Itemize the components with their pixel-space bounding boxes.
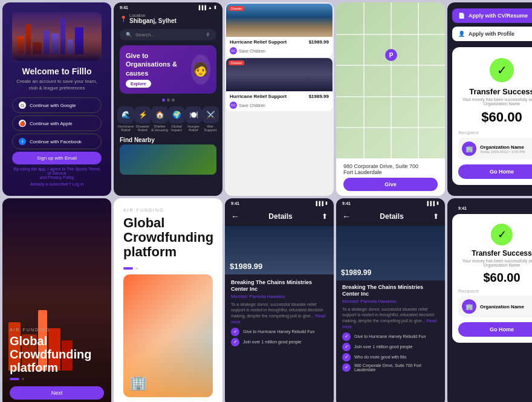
back-button-details[interactable]: ← [231, 212, 239, 221]
check2-3: ✓ [342, 353, 351, 361]
facebook-auth-button[interactable]: f Continue with Facebook [12, 134, 102, 149]
org-avatar-2: SC [230, 102, 237, 109]
checklist2-item-2: ✓ Join over 1 million good people [342, 343, 439, 351]
details-minister: Minister Pamela Hawkins [231, 294, 328, 299]
location-bar: 📍 Location Shibganj, Sylhet [114, 11, 222, 27]
shelter-icon: 🏠 [151, 106, 168, 123]
hunger-icon: 🍽️ [185, 106, 202, 123]
privacy-link[interactable]: Privacy Policy [48, 175, 74, 180]
email-btn-label: Sign up with Email [37, 155, 77, 161]
relief-price-2: $1989.99 [309, 94, 329, 99]
relief-info-1: Hurricane Relief Support $1989.99 [226, 37, 332, 47]
transfer-title-bottom: Transfer Success [458, 249, 532, 258]
air-funding-label: AIR FUNDING [10, 328, 104, 332]
time-transfer: 9:41 [458, 206, 467, 210]
checklist-item-1: ✓ Give to Hurricane Harvey Rebuild Fun [231, 328, 328, 336]
relief-price-1: $1989.99 [309, 39, 329, 45]
email-signup-button[interactable]: Sign up with Email [12, 152, 102, 164]
map-address: 980 Corporate Drive, Suite 700 Fort Laud… [343, 163, 438, 175]
back-button-details2[interactable]: ← [342, 212, 351, 221]
dot-3 [172, 99, 175, 102]
category-war[interactable]: ⚔️ WarSupport [202, 106, 219, 132]
explore-button[interactable]: Explore [126, 80, 151, 88]
search-placeholder: Search... [135, 32, 155, 37]
recipient-time: Today 1066-0012 • 3:00 PM [480, 150, 525, 154]
category-shelter[interactable]: 🏠 Shelter& Housing [151, 106, 168, 132]
mic-icon: 🎙 [206, 32, 210, 37]
apple-auth-button[interactable]: 🍎 Continue with Apple [12, 115, 102, 131]
check-icon: ✓ [490, 58, 514, 82]
banner-title: Give to Organisations & causes [126, 51, 191, 77]
dots-indicator [10, 378, 104, 380]
phone-time: 9:41 [120, 5, 128, 10]
details2-desc: To a strategic donor, successful disaste… [342, 306, 439, 330]
transfer-success-card: × ✓ Transfer Success Your money has been… [452, 47, 532, 185]
give-button[interactable]: Give [343, 178, 438, 191]
recipient-avatar-bottom: 🏢 [462, 299, 476, 314]
relief-org-1: SC Save Children [226, 47, 332, 57]
next-button[interactable]: Next [10, 386, 104, 400]
category-row: 🌊 HurricaneRelief ⚡ DisasterRelief 🏠 She… [114, 104, 222, 134]
nearby-map[interactable] [120, 144, 216, 175]
search-bar[interactable]: 🔍 Search... 🎙 [120, 29, 216, 41]
relief-org-2: SC Save Children [226, 102, 332, 111]
map-area[interactable]: P [336, 2, 445, 158]
details-body: Breaking The Chains Ministries Center In… [225, 274, 334, 402]
fb-btn-label: Continue with Facebook [30, 139, 82, 144]
location-pin-icon: 📍 [120, 16, 127, 22]
share-button-details2[interactable]: ⬆ [433, 212, 439, 221]
check2-text-1: Give to Hurricane Harvey Rebuild Fun [354, 334, 426, 339]
apply-profile-button[interactable]: 👤 Apply with Profile [452, 27, 532, 41]
dot-2 [167, 99, 170, 102]
relief-image-2: Disaster [226, 58, 332, 91]
category-disaster[interactable]: ⚡ DisasterRelief [134, 106, 151, 132]
category-hurricane[interactable]: 🌊 HurricaneRelief [117, 106, 134, 132]
banner-card: Give to Organisations & causes Explore 🧑 [120, 45, 216, 94]
go-home-button[interactable]: Go Home [458, 164, 532, 179]
status-icons: ▐▐▐ ▲ ▮ [197, 5, 216, 10]
battery-details2: ▮ [436, 201, 439, 206]
transfer-success-card-bottom: × ✓ Transfer Success Your money has been… [452, 214, 532, 343]
relief-image-1: Disaster [226, 4, 332, 37]
transfer-success-top-screen: 📄 Apply with CV/Resume 👤 Apply with Prof… [447, 2, 532, 196]
apply-cv-button[interactable]: 📄 Apply with CV/Resume [452, 8, 532, 23]
crowdfunding-title-dark: Global Crowdfunding platform [10, 334, 104, 374]
recipient-label: Recipient [458, 130, 532, 135]
check2-text-4: 980 Corporate Drive, Suite 700 Fort Laud… [354, 363, 439, 372]
details2-body: Breaking The Chains Ministries Center In… [336, 280, 445, 402]
banner-illustration: 🧑 [191, 54, 210, 85]
details2-price: $1989.99 [341, 268, 371, 277]
map-road-v1 [363, 2, 365, 158]
details-dark2-screen: 9:41 ▐▐▐ ▮ ← Details ⬆ $1989.99 Breaking… [336, 198, 445, 402]
details-dark-screen: 9:41 ▐▐▐ ▮ ← Details ⬆ $1989.99 Breaking… [225, 198, 334, 402]
go-home-button-bottom[interactable]: Go Home [458, 322, 532, 337]
carousel-dots [114, 96, 222, 104]
signal-details2: ▐▐▐ [426, 201, 435, 206]
details-nav-header: ← Details ⬆ [225, 207, 334, 226]
dot-active [10, 378, 19, 380]
air-funding-label-light: AIR FUNDING [123, 208, 213, 212]
check-1: ✓ [231, 328, 239, 336]
transfer-success-bottom-screen: 9:41 ▐▐▐ ▮ × ✓ Transfer Success Your mon… [447, 198, 532, 402]
war-icon: ⚔️ [202, 106, 219, 123]
transfer-amount-bottom: $60.00 [458, 271, 532, 285]
google-auth-button[interactable]: G Continue with Google [12, 97, 102, 113]
share-button-details[interactable]: ⬆ [322, 212, 328, 221]
category-global[interactable]: 🌍 GlobalImpact [168, 106, 185, 132]
details2-title: Details [380, 212, 403, 221]
check2-text-3: Who do more good with fillo [354, 355, 406, 359]
details-org-name: Breaking The Chains Ministries Center In… [231, 279, 328, 293]
check-2: ✓ [231, 338, 239, 346]
dot-purple [123, 267, 133, 270]
disaster-badge-2: Disaster [229, 60, 244, 65]
location-screen: 9:41 ▐▐▐ ▲ ▮ 📍 Location Shibganj, Sylhet… [114, 2, 222, 196]
location-name: Shibganj, Sylhet [129, 18, 177, 24]
app-subtitle: Create an account to save your team, clu… [12, 79, 102, 91]
category-hunger[interactable]: 🍽️ HungerRelief [185, 106, 202, 132]
map-grid: P [336, 2, 445, 158]
login-link[interactable]: Log in [72, 182, 83, 186]
details-hero-image: $1989.99 [225, 226, 334, 274]
phone-header-details2: 9:41 ▐▐▐ ▮ [336, 198, 445, 207]
transfer-subtitle: Your money has been successfully sent to… [458, 97, 532, 106]
login-prompt: Already a subscriber? Log in [30, 182, 84, 186]
